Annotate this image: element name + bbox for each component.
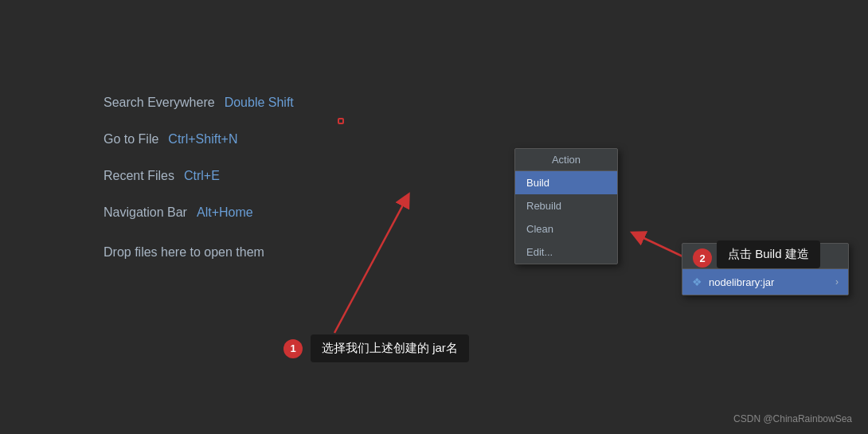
shortcut-row-nav: Navigation Bar Alt+Home (104, 205, 294, 220)
build-artifact-item-left: ❖ nodelibrary:jar (692, 276, 774, 288)
shortcut-list: Search Everywhere Double Shift Go to Fil… (104, 96, 294, 282)
shortcut-label-nav: Navigation Bar (104, 205, 187, 220)
shortcut-row-search: Search Everywhere Double Shift (104, 96, 294, 110)
build-artifact-item-name: nodelibrary:jar (709, 276, 774, 288)
annotation-1: 1 选择我们上述创建的 jar名 (283, 334, 469, 362)
drop-files-label: Drop files here to open them (104, 245, 264, 260)
action-submenu-header: Action (515, 149, 617, 171)
shortcut-label-recent: Recent Files (104, 169, 174, 183)
shortcut-row-goto: Go to File Ctrl+Shift+N (104, 132, 294, 147)
chevron-right-icon: › (835, 276, 839, 287)
build-artifact-item[interactable]: ❖ nodelibrary:jar › (682, 269, 848, 295)
shortcut-row-drop: Drop files here to open them (104, 242, 294, 260)
svg-line-2 (334, 199, 406, 333)
annotation-1-text: 选择我们上述创建的 jar名 (311, 334, 469, 362)
artifact-popup-wrapper: Build Artifact ❖ nodelibrary:jar › (338, 118, 344, 124)
action-submenu[interactable]: Action Build Rebuild Clean Edit... (514, 148, 618, 264)
shortcut-row-recent: Recent Files Ctrl+E (104, 169, 294, 183)
diamond-icon: ❖ (692, 276, 702, 288)
shortcut-key-goto: Ctrl+Shift+N (168, 132, 237, 147)
annotation-2-text: 点击 Build 建造 (717, 240, 820, 268)
action-item-build[interactable]: Build (515, 171, 617, 194)
action-item-rebuild[interactable]: Rebuild (515, 194, 617, 217)
watermark: CSDN @ChinaRainbowSea (733, 413, 852, 424)
shortcut-key-recent: Ctrl+E (184, 169, 220, 183)
annotation-2-badge: 2 (693, 248, 712, 268)
shortcut-key-search: Double Shift (225, 96, 294, 110)
shortcut-key-nav: Alt+Home (197, 205, 253, 220)
annotation-1-badge: 1 (283, 339, 303, 358)
shortcut-label-search: Search Everywhere (104, 96, 215, 110)
action-item-edit[interactable]: Edit... (515, 240, 617, 264)
shortcut-label-goto: Go to File (104, 132, 158, 147)
action-item-clean[interactable]: Clean (515, 217, 617, 240)
